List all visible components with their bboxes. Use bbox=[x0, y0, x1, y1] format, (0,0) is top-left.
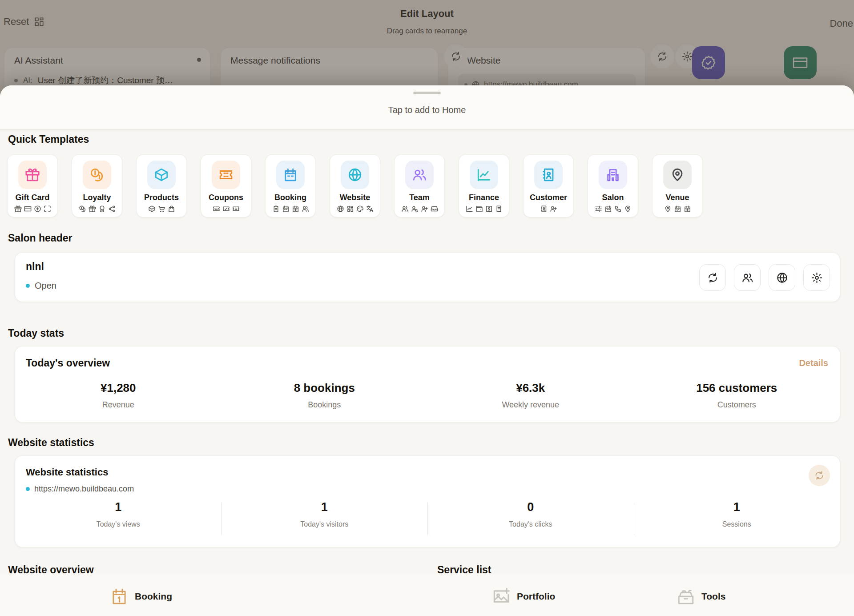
nav-item-tools[interactable]: Tools bbox=[677, 587, 725, 606]
share-icon bbox=[108, 205, 116, 213]
template-tile bbox=[276, 161, 305, 189]
salon-header-card[interactable]: nlnl Open bbox=[15, 252, 840, 302]
tap-hint: Tap to add to Home bbox=[0, 105, 854, 115]
stat-weekly-revenue: ¥6.3kWeekly revenue bbox=[427, 381, 634, 410]
award-icon bbox=[98, 205, 106, 213]
toolbox-icon bbox=[677, 587, 695, 606]
template-card-coupons[interactable]: Coupons bbox=[201, 154, 251, 217]
gear-button[interactable] bbox=[803, 264, 830, 291]
stat-value: 1 bbox=[634, 500, 840, 514]
refresh-stats-button[interactable] bbox=[809, 465, 830, 486]
translate-icon bbox=[366, 205, 374, 213]
stat-today-s-clicks: 0Today's clicks bbox=[427, 500, 634, 528]
template-card-booking[interactable]: Booking bbox=[265, 154, 316, 217]
calendar-num-icon bbox=[110, 587, 129, 606]
website-url: https://mewo.buildbeau.com bbox=[34, 484, 134, 494]
chart-icon bbox=[476, 167, 491, 182]
stat-value: ¥1,280 bbox=[15, 381, 222, 395]
nav-label: Booking bbox=[135, 591, 172, 602]
contact-icon bbox=[540, 205, 548, 213]
template-card-team[interactable]: Team bbox=[394, 154, 445, 217]
users-button[interactable] bbox=[734, 264, 761, 291]
stat-value: 0 bbox=[427, 500, 634, 514]
bottom-nav-bar: BookingPortfolioTools bbox=[0, 575, 854, 616]
template-card-venue[interactable]: Venue bbox=[652, 154, 703, 217]
template-card-products[interactable]: Products bbox=[136, 154, 187, 217]
section-heading-service-list: Service list bbox=[437, 564, 491, 576]
coins-icon bbox=[89, 167, 105, 182]
template-mini-icons bbox=[524, 205, 573, 213]
salon-header-heading: Salon header bbox=[8, 232, 72, 244]
template-label: Team bbox=[395, 193, 444, 202]
nav-label: Portfolio bbox=[517, 591, 555, 602]
calendar-check-icon bbox=[674, 205, 681, 213]
grid-icon bbox=[346, 205, 354, 213]
clipboard-icon bbox=[272, 205, 280, 213]
box-icon bbox=[148, 205, 156, 213]
template-label: Booking bbox=[266, 193, 315, 202]
gift-icon bbox=[89, 205, 96, 213]
nav-label: Tools bbox=[701, 591, 725, 602]
template-mini-icons bbox=[395, 205, 444, 213]
status-dot bbox=[26, 284, 30, 288]
gift-icon bbox=[25, 167, 40, 182]
details-link[interactable]: Details bbox=[799, 358, 828, 368]
stat-label: Customers bbox=[634, 400, 840, 410]
phone-icon bbox=[614, 205, 622, 213]
bag-icon bbox=[168, 205, 175, 213]
stat-label: Weekly revenue bbox=[427, 400, 634, 410]
user-plus-icon bbox=[421, 205, 428, 213]
users-icon bbox=[741, 272, 753, 284]
dollar-icon bbox=[485, 205, 493, 213]
users-icon bbox=[401, 205, 409, 213]
building-icon bbox=[605, 167, 620, 182]
globe-icon bbox=[347, 167, 363, 182]
stat-label: Today's clicks bbox=[427, 520, 634, 528]
refresh-button[interactable] bbox=[699, 264, 726, 291]
users-icon bbox=[302, 205, 309, 213]
calendar-num-icon bbox=[110, 587, 129, 606]
template-tile bbox=[212, 161, 240, 189]
template-card-customer[interactable]: Customer bbox=[523, 154, 574, 217]
template-card-finance[interactable]: Finance bbox=[459, 154, 509, 217]
template-card-gift-card[interactable]: Gift Card bbox=[7, 154, 58, 217]
template-card-salon[interactable]: Salon bbox=[588, 154, 638, 217]
contact-icon bbox=[541, 167, 556, 182]
template-tile bbox=[663, 161, 692, 189]
nav-item-portfolio[interactable]: Portfolio bbox=[492, 587, 555, 606]
credit-card-icon bbox=[24, 205, 32, 213]
template-mini-icons bbox=[459, 205, 509, 213]
template-label: Gift Card bbox=[8, 193, 57, 202]
stat-today-s-views: 1Today's views bbox=[15, 500, 222, 528]
stat-sessions: 1Sessions bbox=[634, 500, 840, 528]
ticket-icon bbox=[218, 167, 234, 182]
website-statistics-card[interactable]: Website statistics https://mewo.buildbea… bbox=[15, 455, 840, 548]
sheet-drag-handle[interactable] bbox=[413, 92, 441, 94]
nav-item-booking[interactable]: Booking bbox=[110, 587, 172, 606]
refresh-icon bbox=[814, 470, 825, 481]
stat-value: 156 customers bbox=[634, 381, 840, 395]
add-to-home-sheet: Tap to add to Home Quick Templates Gift … bbox=[0, 85, 854, 616]
globe-button[interactable] bbox=[769, 264, 795, 291]
template-mini-icons bbox=[266, 205, 315, 213]
pin-icon bbox=[624, 205, 632, 213]
calendar-icon bbox=[283, 167, 298, 182]
template-label: Salon bbox=[588, 193, 638, 202]
stat-value: 8 bookings bbox=[222, 381, 428, 395]
template-tile bbox=[83, 161, 111, 189]
chart-icon bbox=[466, 205, 473, 213]
pin-icon bbox=[664, 205, 672, 213]
coins-icon bbox=[79, 205, 86, 213]
template-card-website[interactable]: Website bbox=[330, 154, 380, 217]
website-url-row: https://mewo.buildbeau.com bbox=[26, 484, 134, 494]
stat-label: Today's visitors bbox=[222, 520, 428, 528]
refresh-icon bbox=[707, 272, 719, 284]
template-card-loyalty[interactable]: Loyalty bbox=[72, 154, 122, 217]
quick-templates-heading: Quick Templates bbox=[8, 133, 89, 145]
ticket-icon bbox=[213, 205, 220, 213]
template-tile bbox=[534, 161, 563, 189]
today-stats-card[interactable]: Today's overview Details ¥1,280Revenue8 … bbox=[15, 346, 840, 423]
today-stats-heading: Today stats bbox=[8, 327, 64, 339]
globe-icon bbox=[337, 205, 344, 213]
stat-value: 1 bbox=[15, 500, 222, 514]
